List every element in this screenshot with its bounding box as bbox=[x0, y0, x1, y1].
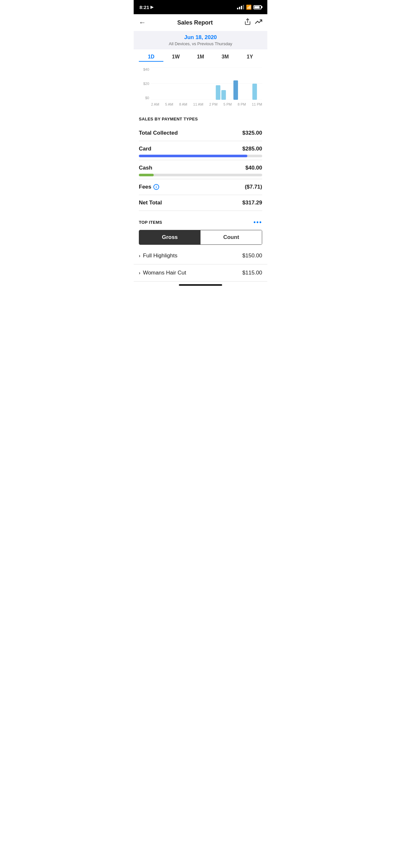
sales-by-payment-section: SALES BY PAYMENT TYPES Total Collected $… bbox=[134, 112, 267, 211]
card-label: Card bbox=[139, 146, 151, 152]
fees-info-icon[interactable]: i bbox=[153, 184, 159, 190]
cash-bar-track bbox=[139, 174, 262, 176]
cash-bar-fill bbox=[139, 174, 154, 176]
full-highlights-label: › Full Highlights bbox=[139, 252, 177, 259]
top-items-header: TOP ITEMS ••• bbox=[134, 213, 267, 230]
signal-icon bbox=[237, 5, 244, 9]
time-period-tabs: 1D 1W 1M 3M 1Y bbox=[134, 50, 267, 65]
x-label-2am: 2 AM bbox=[151, 102, 159, 106]
trending-icon[interactable] bbox=[255, 18, 262, 27]
top-items-list: › Full Highlights $150.00 › Womans Hair … bbox=[134, 247, 267, 282]
cash-payment-group: Cash $40.00 bbox=[139, 160, 262, 179]
full-highlights-value: $150.00 bbox=[243, 252, 262, 259]
x-label-11pm: 11 PM bbox=[252, 102, 262, 106]
net-total-value: $317.29 bbox=[243, 199, 262, 206]
cash-value: $40.00 bbox=[245, 165, 262, 171]
x-label-2pm: 2 PM bbox=[209, 102, 218, 106]
svg-rect-7 bbox=[252, 84, 257, 100]
location-icon: ▶ bbox=[150, 5, 153, 9]
selected-date: Jun 18, 2020 bbox=[139, 34, 262, 41]
sales-payment-title: SALES BY PAYMENT TYPES bbox=[139, 117, 262, 121]
womans-hair-cut-row[interactable]: › Womans Hair Cut $115.00 bbox=[134, 265, 267, 282]
chart-svg bbox=[151, 67, 262, 100]
full-highlights-chevron: › bbox=[139, 253, 141, 258]
status-time: 8:21 ▶ bbox=[140, 4, 153, 10]
date-subtitle: All Devices, vs Previous Thursday bbox=[139, 41, 262, 46]
x-label-8pm: 8 PM bbox=[238, 102, 246, 106]
share-button[interactable] bbox=[244, 18, 251, 27]
date-banner: Jun 18, 2020 All Devices, vs Previous Th… bbox=[134, 31, 267, 50]
divider bbox=[139, 211, 262, 211]
gross-count-toggle[interactable]: Gross Count bbox=[139, 230, 262, 245]
card-payment-group: Card $285.00 bbox=[139, 141, 262, 160]
tab-1m[interactable]: 1M bbox=[188, 53, 213, 62]
womans-hair-cut-chevron: › bbox=[139, 270, 141, 275]
cash-row: Cash $40.00 bbox=[139, 160, 262, 173]
header-actions bbox=[244, 18, 262, 27]
more-options-button[interactable]: ••• bbox=[253, 219, 262, 226]
card-bar-container bbox=[139, 155, 262, 160]
time-label: 8:21 bbox=[140, 4, 149, 10]
header: ← Sales Report bbox=[134, 14, 267, 31]
top-items-section: TOP ITEMS ••• Gross Count › Full Highlig… bbox=[134, 213, 267, 282]
total-collected-row: Total Collected $325.00 bbox=[139, 125, 262, 141]
card-row: Card $285.00 bbox=[139, 141, 262, 154]
y-label-20: $20 bbox=[139, 82, 149, 86]
total-collected-value: $325.00 bbox=[243, 130, 262, 136]
back-button[interactable]: ← bbox=[139, 19, 146, 27]
status-icons: 📶 bbox=[237, 4, 261, 10]
full-highlights-row[interactable]: › Full Highlights $150.00 bbox=[134, 247, 267, 265]
battery-icon bbox=[253, 5, 261, 9]
tab-1w[interactable]: 1W bbox=[163, 53, 188, 62]
svg-rect-4 bbox=[216, 85, 220, 100]
x-label-5am: 5 AM bbox=[165, 102, 173, 106]
net-total-row: Net Total $317.29 bbox=[139, 195, 262, 211]
x-label-5pm: 5 PM bbox=[223, 102, 232, 106]
cash-bar-container bbox=[139, 174, 262, 179]
y-label-40: $40 bbox=[139, 67, 149, 71]
fees-value: ($7.71) bbox=[245, 184, 262, 190]
svg-rect-6 bbox=[234, 81, 238, 100]
sales-chart: $40 $20 $0 2 AM 5 AM bbox=[134, 65, 267, 112]
x-label-8am: 8 AM bbox=[179, 102, 187, 106]
fees-label: Fees i bbox=[139, 184, 159, 190]
count-toggle-button[interactable]: Count bbox=[201, 230, 262, 244]
tab-1y[interactable]: 1Y bbox=[238, 53, 262, 62]
womans-hair-cut-label: › Womans Hair Cut bbox=[139, 270, 186, 276]
card-bar-track bbox=[139, 155, 262, 157]
net-total-label: Net Total bbox=[139, 199, 162, 206]
home-indicator bbox=[134, 282, 267, 288]
tab-1d[interactable]: 1D bbox=[139, 53, 163, 62]
card-value: $285.00 bbox=[243, 146, 262, 152]
tab-3m[interactable]: 3M bbox=[213, 53, 237, 62]
gross-toggle-button[interactable]: Gross bbox=[139, 230, 201, 244]
home-bar bbox=[179, 284, 222, 286]
svg-rect-5 bbox=[221, 90, 226, 100]
wifi-icon: 📶 bbox=[246, 4, 251, 10]
y-label-0: $0 bbox=[139, 96, 149, 100]
x-label-11am: 11 AM bbox=[193, 102, 203, 106]
top-items-title: TOP ITEMS bbox=[139, 220, 162, 225]
womans-hair-cut-value: $115.00 bbox=[243, 270, 262, 276]
fees-row: Fees i ($7.71) bbox=[139, 179, 262, 195]
total-collected-label: Total Collected bbox=[139, 130, 178, 136]
page-title: Sales Report bbox=[177, 20, 213, 26]
cash-label: Cash bbox=[139, 165, 152, 171]
card-bar-fill bbox=[139, 155, 247, 157]
status-bar: 8:21 ▶ 📶 bbox=[134, 0, 267, 14]
